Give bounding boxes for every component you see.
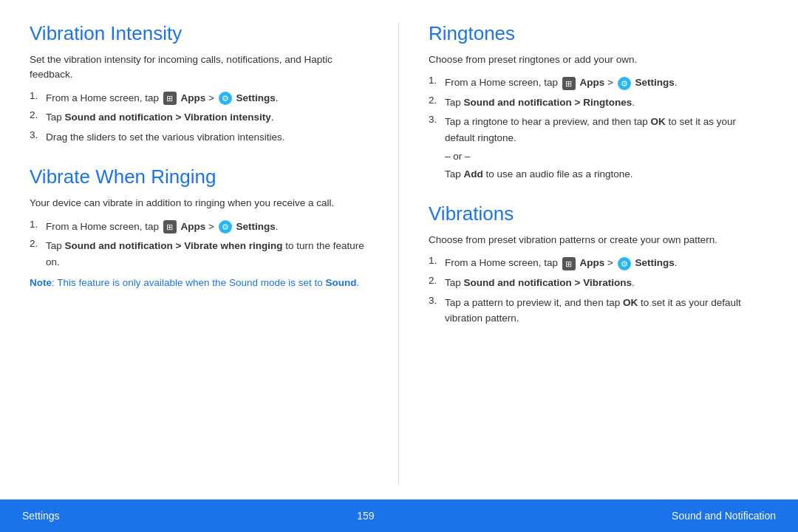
- section-vibration-intensity: Vibration Intensity Set the vibration in…: [30, 22, 376, 145]
- section-vibrations: Vibrations Choose from preset vibration …: [429, 202, 768, 327]
- main-content: Vibration Intensity Set the vibration in…: [0, 0, 798, 499]
- vibration-intensity-desc: Set the vibration intensity for incoming…: [30, 52, 376, 83]
- apps-icon-inline: ⊞: [562, 257, 576, 270]
- add-text: Tap Add to use an audio file as a ringto…: [445, 166, 768, 183]
- step-number: 3.: [429, 114, 440, 146]
- step-text: Tap a ringtone to hear a preview, and th…: [445, 114, 768, 146]
- vibrate-when-ringing-desc: Your device can vibrate in addition to r…: [30, 196, 376, 211]
- step-text: From a Home screen, tap ⊞ Apps > ⚙ Setti…: [445, 75, 678, 91]
- list-item: 2. Tap Sound and notification > Ringtone…: [429, 95, 768, 111]
- step-number: 2.: [429, 95, 440, 111]
- list-item: 1. From a Home screen, tap ⊞ Apps > ⚙ Se…: [30, 90, 376, 106]
- step-text: Tap Sound and notification > Vibration i…: [46, 109, 273, 126]
- step-number: 2.: [30, 109, 41, 126]
- step-text: Tap Sound and notification > Vibrations.: [445, 275, 635, 291]
- step-text: Drag the sliders to set the various vibr…: [46, 129, 284, 146]
- list-item: 3. Tap a pattern to preview it, and then…: [429, 295, 768, 327]
- step-number: 1.: [30, 219, 41, 235]
- right-column: Ringtones Choose from preset ringtones o…: [399, 22, 768, 485]
- apps-icon-inline: ⊞: [163, 220, 177, 233]
- vibrate-note: Note: This feature is only available whe…: [30, 276, 376, 290]
- ringtones-desc: Choose from preset ringtones or add your…: [429, 52, 768, 67]
- footer-left: Settings: [22, 510, 60, 522]
- note-label: Note: [30, 277, 52, 288]
- list-item: 2. Tap Sound and notification > Vibrate …: [30, 238, 376, 270]
- step-number: 1.: [30, 90, 41, 106]
- sound-bold: Sound: [325, 277, 356, 288]
- settings-icon-inline: ⚙: [618, 77, 631, 90]
- settings-icon-inline: ⚙: [219, 92, 232, 105]
- ringtones-title: Ringtones: [429, 22, 768, 45]
- vibrations-desc: Choose from preset vibration patterns or…: [429, 233, 768, 248]
- left-column: Vibration Intensity Set the vibration in…: [30, 22, 399, 485]
- section-vibrate-when-ringing: Vibrate When Ringing Your device can vib…: [30, 166, 376, 290]
- step-number: 1.: [429, 75, 440, 91]
- vibrate-when-ringing-title: Vibrate When Ringing: [30, 166, 376, 188]
- step-number: 3.: [30, 129, 41, 146]
- step-text: Tap Sound and notification > Vibrate whe…: [46, 238, 376, 270]
- settings-icon-inline: ⚙: [618, 257, 631, 270]
- list-item: 2. Tap Sound and notification > Vibratio…: [30, 109, 376, 126]
- vibrations-title: Vibrations: [429, 202, 768, 225]
- list-item: 3. Drag the sliders to set the various v…: [30, 129, 376, 146]
- settings-icon-inline: ⚙: [219, 220, 232, 233]
- list-item: 2. Tap Sound and notification > Vibratio…: [429, 275, 768, 291]
- list-item: 1. From a Home screen, tap ⊞ Apps > ⚙ Se…: [429, 255, 768, 271]
- footer-center: 159: [357, 510, 374, 522]
- or-separator: – or –: [445, 151, 768, 162]
- step-text: From a Home screen, tap ⊞ Apps > ⚙ Setti…: [445, 255, 678, 271]
- list-item: 1. From a Home screen, tap ⊞ Apps > ⚙ Se…: [30, 219, 376, 235]
- step-text: Tap a pattern to preview it, and then ta…: [445, 295, 768, 327]
- step-number: 3.: [429, 295, 440, 327]
- step-text: From a Home screen, tap ⊞ Apps > ⚙ Setti…: [46, 90, 279, 106]
- footer: Settings 159 Sound and Notification: [0, 499, 798, 532]
- step-text: From a Home screen, tap ⊞ Apps > ⚙ Setti…: [46, 219, 279, 235]
- step-number: 1.: [429, 255, 440, 271]
- apps-icon-inline: ⊞: [562, 77, 576, 90]
- vibration-intensity-title: Vibration Intensity: [30, 22, 376, 45]
- step-number: 2.: [429, 275, 440, 291]
- footer-right: Sound and Notification: [672, 510, 776, 522]
- step-number: 2.: [30, 238, 41, 270]
- list-item: 3. Tap a ringtone to hear a preview, and…: [429, 114, 768, 146]
- section-ringtones: Ringtones Choose from preset ringtones o…: [429, 22, 768, 182]
- list-item: 1. From a Home screen, tap ⊞ Apps > ⚙ Se…: [429, 75, 768, 91]
- apps-icon-inline: ⊞: [163, 92, 177, 105]
- step-text: Tap Sound and notification > Ringtones.: [445, 95, 635, 111]
